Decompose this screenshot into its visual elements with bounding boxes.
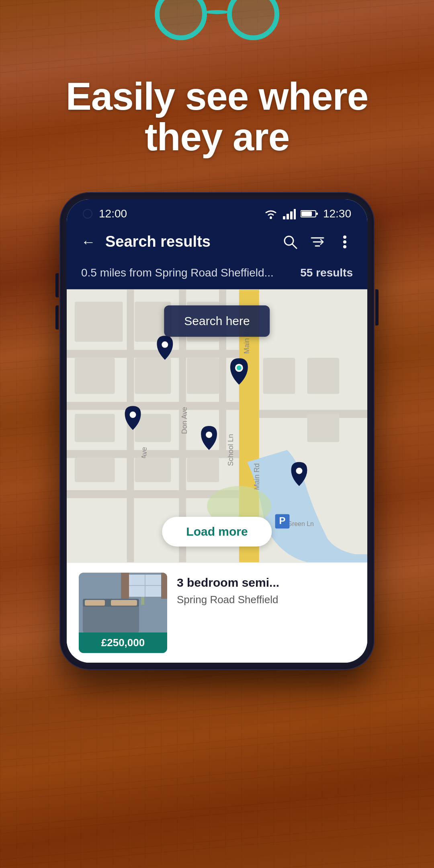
svg-text:Green Ln: Green Ln <box>287 520 314 527</box>
sort-icon[interactable] <box>309 234 326 250</box>
svg-rect-6 <box>301 211 312 216</box>
status-time-left: 12:00 <box>99 207 127 220</box>
svg-rect-66 <box>111 600 137 606</box>
volume-up-button <box>55 273 59 297</box>
volume-down-button <box>55 305 59 330</box>
svg-rect-44 <box>135 458 171 482</box>
svg-rect-4 <box>294 209 296 219</box>
search-location: 0.5 miles from Spring Road Sheffield... <box>81 266 274 279</box>
phone-screen: 12:00 <box>67 199 367 663</box>
wifi-icon <box>264 208 278 219</box>
status-right: 12:30 <box>264 207 351 220</box>
property-title: 3 bedroom semi... <box>177 576 355 590</box>
svg-rect-46 <box>263 358 295 394</box>
property-cards-section: £250,000 3 bedroom semi... Spring Road S… <box>67 563 367 663</box>
svg-text:Don Ave: Don Ave <box>180 407 188 434</box>
battery-icon <box>301 209 318 219</box>
svg-text:P: P <box>279 515 286 526</box>
svg-point-14 <box>343 240 346 244</box>
svg-rect-47 <box>307 358 339 394</box>
svg-point-0 <box>270 217 272 219</box>
svg-point-61 <box>296 468 302 474</box>
glasses-bridge <box>205 10 229 14</box>
svg-point-57 <box>130 411 136 418</box>
svg-rect-35 <box>75 302 123 342</box>
status-left: 12:00 <box>83 207 127 220</box>
camera-dot <box>83 209 92 219</box>
svg-rect-1 <box>283 216 285 219</box>
glasses-left-lens <box>155 0 207 40</box>
svg-point-13 <box>343 235 346 239</box>
svg-rect-3 <box>290 211 293 219</box>
hero-title: Easily see where they are <box>32 76 402 158</box>
phone-outer: 12:00 <box>60 193 374 669</box>
hero-section: Easily see where they are <box>0 76 434 158</box>
glasses-decoration <box>147 0 287 60</box>
svg-rect-39 <box>135 358 171 394</box>
phone-mockup: 12:00 <box>60 193 374 669</box>
power-button <box>375 289 379 326</box>
property-info: 3 bedroom semi... Spring Road Sheffield <box>177 573 355 653</box>
svg-rect-2 <box>287 214 289 219</box>
svg-point-52 <box>162 342 168 348</box>
svg-rect-38 <box>75 358 115 394</box>
svg-point-55 <box>237 365 242 370</box>
svg-rect-18 <box>67 350 239 358</box>
status-time-right: 12:30 <box>323 207 351 220</box>
header-actions <box>282 234 353 250</box>
svg-point-59 <box>206 432 212 438</box>
svg-rect-20 <box>67 450 239 458</box>
page-title: Search results <box>105 233 272 250</box>
svg-point-15 <box>343 245 346 248</box>
more-icon[interactable] <box>337 234 353 250</box>
status-bar: 12:00 <box>67 199 367 225</box>
svg-rect-41 <box>75 414 115 442</box>
search-count: 55 results <box>300 266 353 279</box>
app-header: ← Search results <box>67 225 367 260</box>
search-summary-bar: 0.5 miles from Spring Road Sheffield... … <box>67 260 367 289</box>
map-container[interactable]: Dixon Dr Don Ave Main Rd Don Ave Don Ave… <box>67 289 367 563</box>
svg-rect-45 <box>187 458 219 482</box>
property-address: Spring Road Sheffield <box>177 594 355 606</box>
svg-line-9 <box>292 244 297 248</box>
svg-rect-65 <box>85 600 105 606</box>
search-here-button[interactable]: Search here <box>164 305 270 337</box>
svg-rect-7 <box>316 213 318 215</box>
property-price-badge: £250,000 <box>79 633 167 653</box>
signal-icon <box>283 208 296 219</box>
svg-rect-40 <box>187 358 219 394</box>
back-button[interactable]: ← <box>81 235 96 249</box>
load-more-button[interactable]: Load more <box>162 517 272 547</box>
svg-rect-43 <box>75 458 115 482</box>
svg-text:Main Rd: Main Rd <box>253 463 261 490</box>
svg-rect-73 <box>161 573 167 599</box>
search-icon[interactable] <box>282 234 298 250</box>
property-card[interactable]: £250,000 3 bedroom semi... Spring Road S… <box>67 563 367 663</box>
svg-rect-72 <box>121 573 129 599</box>
svg-rect-48 <box>307 414 339 442</box>
property-image: £250,000 <box>79 573 167 653</box>
glasses-right-lens <box>227 0 279 40</box>
svg-text:School Ln: School Ln <box>227 434 235 466</box>
svg-rect-19 <box>67 402 239 410</box>
